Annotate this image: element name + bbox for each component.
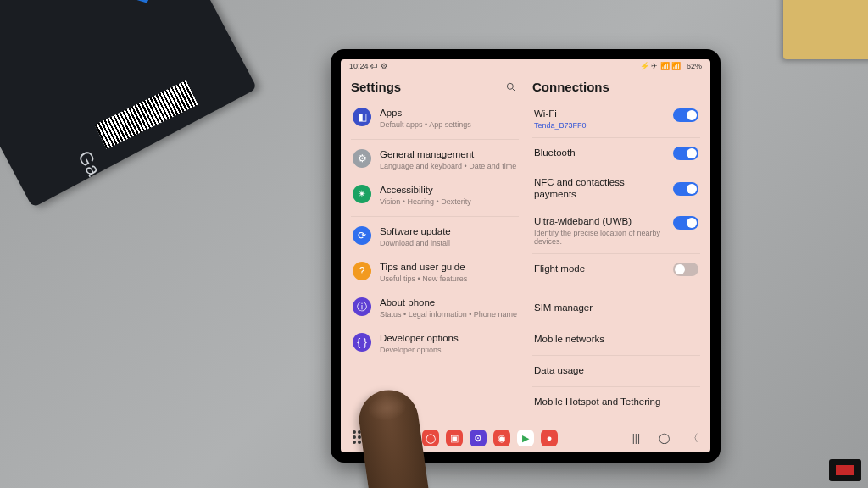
connections-item-subtitle: Tenda_B73FF0 [534, 121, 666, 130]
svg-line-1 [513, 88, 516, 92]
settings-item-subtitle: Default apps • App settings [380, 120, 517, 130]
nav-back-icon[interactable]: 〈 [688, 431, 698, 446]
software-update-icon: ⟳ [353, 226, 371, 245]
connections-item-subtitle: Identify the precise location of nearby … [534, 229, 666, 246]
settings-item-title: General management [380, 149, 517, 161]
settings-item-title: Tips and user guide [380, 262, 517, 274]
settings-item-tips[interactable]: ?Tips and user guideUseful tips • New fe… [349, 255, 520, 291]
connections-item-title: Ultra-wideband (UWB) [534, 216, 666, 228]
developer-options-icon: { } [353, 333, 371, 352]
box-brand-text: Galaxy Z Fold6 [73, 147, 154, 208]
connections-item-mobile-networks[interactable]: Mobile networks [531, 324, 702, 355]
connections-item-wifi[interactable]: Wi-FiTenda_B73FF0 [531, 101, 702, 137]
status-time: 10:24 [349, 62, 369, 70]
settings-pane: Settings ◧AppsDefault apps • App setting… [341, 75, 526, 425]
settings-item-subtitle: Developer options [380, 346, 517, 355]
connections-item-uwb[interactable]: Ultra-wideband (UWB)Identify the precise… [531, 208, 702, 253]
settings-item-subtitle: Useful tips • New features [380, 274, 517, 284]
shield-icon [83, 0, 182, 17]
settings-item-title: Software update [380, 226, 517, 238]
about-phone-icon: ⓘ [353, 297, 371, 316]
accessibility-icon: ✴ [353, 185, 371, 203]
settings-list: ◧AppsDefault apps • App settings⚙General… [349, 101, 520, 425]
connections-item-title: SIM manager [534, 302, 692, 314]
connections-item-title: Mobile Hotspot and Tethering [534, 396, 692, 408]
dock-app-browser[interactable]: ◯ [422, 430, 439, 446]
bluetooth-toggle[interactable] [673, 147, 698, 160]
dock-app-gallery[interactable]: ▣ [446, 430, 463, 446]
nav-buttons: ||| ◯ 〈 [632, 431, 698, 446]
connections-item-title: NFC and contactless payments [534, 177, 666, 201]
connections-title: Connections [532, 80, 609, 94]
channel-badge [829, 459, 861, 481]
settings-item-subtitle: Status • Legal information • Phone name [380, 310, 517, 319]
connections-item-hotspot[interactable]: Mobile Hotspot and Tethering [531, 387, 702, 418]
dock-app-camera[interactable]: ◉ [493, 430, 510, 446]
settings-item-title: Accessibility [380, 185, 517, 197]
dock-app-youtube[interactable]: ● [541, 430, 558, 446]
settings-item-software-update[interactable]: ⟳Software updateDownload and install [349, 219, 520, 255]
settings-item-accessibility[interactable]: ✴AccessibilityVision • Hearing • Dexteri… [349, 178, 520, 214]
product-box-prop: Galaxy Z Fold6 [0, 0, 257, 208]
status-right-icons: ⚡ ✈ 📶 📶 [640, 62, 682, 70]
status-bar: 10:24 🏷 ⚙ ⚡ ✈ 📶 📶 62% [341, 59, 710, 75]
settings-item-title: Apps [380, 108, 517, 119]
dock-app-settings[interactable]: ⚙ [470, 430, 487, 446]
dock-app-play-store[interactable]: ▶ [517, 430, 534, 446]
settings-item-title: About phone [380, 297, 517, 309]
nav-home-icon[interactable]: ◯ [659, 432, 670, 444]
connections-item-bluetooth[interactable]: Bluetooth [531, 138, 702, 169]
connections-item-data-usage[interactable]: Data usage [531, 356, 702, 386]
apps-icon: ◧ [353, 108, 371, 126]
status-left-icons: 🏷 ⚙ [370, 62, 387, 70]
connections-item-title: Data usage [534, 365, 692, 377]
connections-item-title: Mobile networks [534, 334, 692, 346]
settings-title: Settings [351, 80, 401, 94]
general-management-icon: ⚙ [353, 149, 371, 168]
settings-divider [351, 216, 519, 217]
settings-item-developer-options[interactable]: { }Developer optionsDeveloper options [349, 326, 520, 362]
search-icon[interactable] [505, 81, 517, 93]
connections-item-nfc[interactable]: NFC and contactless payments [531, 169, 702, 208]
barcode-graphic [95, 80, 198, 149]
connections-item-title: Flight mode [534, 263, 666, 275]
connections-section-gap [531, 285, 702, 293]
wifi-toggle[interactable] [673, 108, 698, 122]
settings-item-subtitle: Language and keyboard • Date and time [380, 162, 517, 171]
tips-icon: ? [353, 262, 371, 280]
settings-divider [351, 139, 519, 140]
connections-list: Wi-FiTenda_B73FF0BluetoothNFC and contac… [531, 101, 702, 425]
wooden-clamp-prop [783, 0, 868, 59]
status-right: ⚡ ✈ 📶 📶 62% [637, 62, 702, 75]
connections-item-title: Bluetooth [534, 147, 666, 159]
connections-item-title: Wi-Fi [534, 108, 666, 120]
nav-recents-icon[interactable]: ||| [632, 432, 640, 444]
connections-pane: Connections Wi-FiTenda_B73FF0BluetoothNF… [526, 75, 710, 425]
connections-item-sim-manager[interactable]: SIM manager [531, 293, 702, 324]
status-left: 10:24 🏷 ⚙ [349, 62, 387, 75]
settings-item-subtitle: Download and install [380, 239, 517, 248]
settings-item-apps[interactable]: ◧AppsDefault apps • App settings [349, 101, 520, 136]
connections-item-flight-mode[interactable]: Flight mode [531, 254, 702, 285]
uwb-toggle[interactable] [673, 216, 698, 230]
nfc-toggle[interactable] [673, 182, 698, 196]
flight-mode-toggle[interactable] [673, 263, 698, 276]
settings-item-about-phone[interactable]: ⓘAbout phoneStatus • Legal information •… [349, 291, 520, 326]
status-battery: 62% [687, 62, 702, 70]
settings-item-general-management[interactable]: ⚙General managementLanguage and keyboard… [349, 142, 520, 178]
svg-point-0 [507, 83, 513, 89]
settings-item-title: Developer options [380, 333, 517, 345]
settings-item-subtitle: Vision • Hearing • Dexterity [380, 197, 517, 207]
